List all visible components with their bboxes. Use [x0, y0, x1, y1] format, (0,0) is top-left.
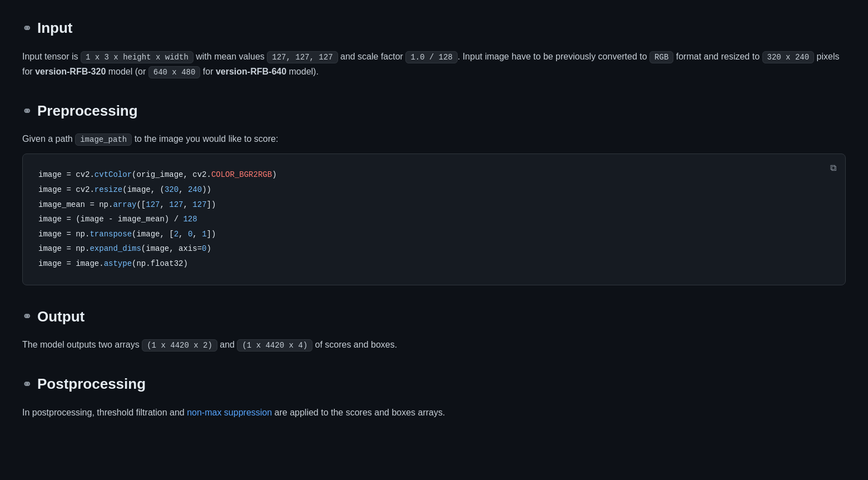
version-rfb-640-label: version-RFB-640 — [216, 67, 286, 76]
postprocessing-link-icon: ⚭ — [22, 375, 32, 393]
preprocessing-intro: Given a path image_path to the image you… — [22, 132, 846, 146]
postprocessing-section: ⚭ Postprocessing In postprocessing, thre… — [22, 373, 846, 420]
code-line-1: image = cv2.cvtColor(orig_image, cv2.COL… — [38, 167, 830, 182]
tensor-shape-code: 1 x 3 x height x width — [81, 51, 194, 63]
copy-icon[interactable]: ⧉ — [830, 161, 836, 175]
input-heading: ⚭ Input — [22, 17, 846, 40]
input-section: ⚭ Input Input tensor is 1 x 3 x height x… — [22, 17, 846, 80]
version-rfb-320-label: version-RFB-320 — [35, 67, 106, 76]
postprocessing-description: In postprocessing, threshold filtration … — [22, 405, 846, 420]
preprocessing-section: ⚭ Preprocessing Given a path image_path … — [22, 100, 846, 285]
link-icon: ⚭ — [22, 19, 32, 37]
640x480-code: 640 x 480 — [148, 66, 201, 78]
320x240-code: 320 x 240 — [762, 51, 815, 63]
rgb-code: RGB — [649, 51, 673, 63]
output-description: The model outputs two arrays (1 x 4420 x… — [22, 337, 846, 353]
code-line-2: image = cv2.resize(image, (320, 240)) — [38, 182, 830, 197]
input-description: Input tensor is 1 x 3 x height x width w… — [22, 49, 846, 80]
output-link-icon: ⚭ — [22, 308, 32, 325]
output-heading: ⚭ Output — [22, 305, 846, 329]
postprocessing-heading: ⚭ Postprocessing — [22, 373, 846, 396]
scores-shape-code: (1 x 4420 x 2) — [142, 339, 217, 352]
preprocessing-heading: ⚭ Preprocessing — [22, 100, 846, 123]
image-path-code: image_path — [75, 133, 132, 146]
code-line-5: image = np.transpose(image, [2, 0, 1]) — [38, 227, 830, 242]
output-section: ⚭ Output The model outputs two arrays (1… — [22, 305, 846, 353]
scale-factor-code: 1.0 / 128 — [405, 51, 458, 63]
code-line-6: image = np.expand_dims(image, axis=0) — [38, 241, 830, 256]
code-line-4: image = (image - image_mean) / 128 — [38, 212, 830, 227]
boxes-shape-code: (1 x 4420 x 4) — [237, 339, 313, 352]
code-line-7: image = image.astype(np.float32) — [38, 256, 830, 271]
mean-values-code: 127, 127, 127 — [267, 51, 338, 63]
non-max-suppression-link[interactable]: non-max suppression — [187, 408, 272, 417]
code-line-3: image_mean = np.array([127, 127, 127]) — [38, 197, 830, 212]
preprocessing-link-icon: ⚭ — [22, 102, 32, 120]
preprocessing-code-block: ⧉ image = cv2.cvtColor(orig_image, cv2.C… — [22, 154, 846, 285]
